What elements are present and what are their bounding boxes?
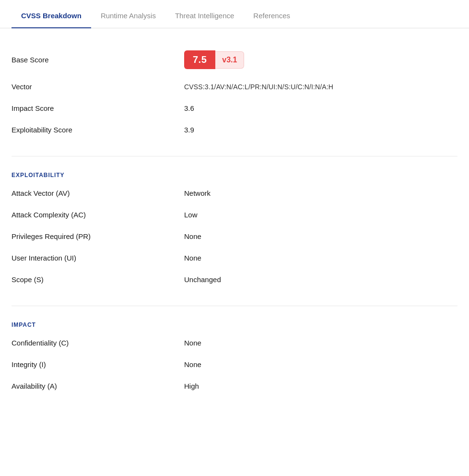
privileges-required-row: Privileges Required (PR) None bbox=[12, 226, 457, 247]
attack-vector-row: Attack Vector (AV) Network bbox=[12, 182, 457, 204]
score-section: Base Score 7.5 v3.1 Vector CVSS:3.1/AV:N… bbox=[12, 44, 457, 156]
scope-row: Scope (S) Unchanged bbox=[12, 269, 457, 290]
exploitability-section: EXPLOITABILITY Attack Vector (AV) Networ… bbox=[12, 172, 457, 306]
impact-header: IMPACT bbox=[12, 321, 457, 328]
impact-score-value: 3.6 bbox=[184, 104, 457, 112]
attack-complexity-label: Attack Complexity (AC) bbox=[12, 211, 184, 219]
score-version-badge: v3.1 bbox=[215, 51, 244, 69]
tab-threat-intelligence[interactable]: Threat Intelligence bbox=[165, 0, 244, 28]
vector-label: Vector bbox=[12, 83, 184, 91]
confidentiality-label: Confidentiality (C) bbox=[12, 339, 184, 347]
score-number-badge: 7.5 bbox=[184, 50, 215, 69]
scope-label: Scope (S) bbox=[12, 275, 184, 284]
availability-label: Availability (A) bbox=[12, 382, 184, 390]
exploitability-score-row: Exploitability Score 3.9 bbox=[12, 119, 457, 141]
confidentiality-value: None bbox=[184, 339, 457, 347]
tab-bar: CVSS Breakdown Runtime Analysis Threat I… bbox=[0, 0, 469, 28]
tab-cvss-breakdown[interactable]: CVSS Breakdown bbox=[12, 0, 91, 28]
availability-value: High bbox=[184, 382, 457, 390]
base-score-value: 7.5 v3.1 bbox=[184, 50, 457, 69]
exploitability-score-label: Exploitability Score bbox=[12, 126, 184, 134]
integrity-label: Integrity (I) bbox=[12, 360, 184, 369]
impact-score-row: Impact Score 3.6 bbox=[12, 97, 457, 119]
confidentiality-row: Confidentiality (C) None bbox=[12, 332, 457, 354]
cvss-content: Base Score 7.5 v3.1 Vector CVSS:3.1/AV:N… bbox=[0, 28, 469, 431]
impact-score-label: Impact Score bbox=[12, 104, 184, 112]
user-interaction-row: User Interaction (UI) None bbox=[12, 247, 457, 269]
integrity-row: Integrity (I) None bbox=[12, 354, 457, 375]
vector-value: CVSS:3.1/AV:N/AC:L/PR:N/UI:N/S:U/C:N/I:N… bbox=[184, 83, 457, 91]
integrity-value: None bbox=[184, 360, 457, 369]
base-score-badges: 7.5 v3.1 bbox=[184, 50, 457, 69]
exploitability-header: EXPLOITABILITY bbox=[12, 172, 457, 178]
user-interaction-value: None bbox=[184, 254, 457, 262]
attack-vector-value: Network bbox=[184, 189, 457, 197]
attack-complexity-row: Attack Complexity (AC) Low bbox=[12, 204, 457, 226]
privileges-required-value: None bbox=[184, 232, 457, 240]
user-interaction-label: User Interaction (UI) bbox=[12, 254, 184, 262]
privileges-required-label: Privileges Required (PR) bbox=[12, 232, 184, 240]
base-score-label: Base Score bbox=[12, 56, 184, 64]
attack-vector-label: Attack Vector (AV) bbox=[12, 189, 184, 197]
tab-runtime-analysis[interactable]: Runtime Analysis bbox=[91, 0, 165, 28]
base-score-row: Base Score 7.5 v3.1 bbox=[12, 44, 457, 76]
vector-row: Vector CVSS:3.1/AV:N/AC:L/PR:N/UI:N/S:U/… bbox=[12, 76, 457, 97]
tab-references[interactable]: References bbox=[244, 0, 300, 28]
exploitability-score-value: 3.9 bbox=[184, 126, 457, 134]
scope-value: Unchanged bbox=[184, 275, 457, 284]
attack-complexity-value: Low bbox=[184, 211, 457, 219]
availability-row: Availability (A) High bbox=[12, 375, 457, 397]
impact-section: IMPACT Confidentiality (C) None Integrit… bbox=[12, 321, 457, 412]
